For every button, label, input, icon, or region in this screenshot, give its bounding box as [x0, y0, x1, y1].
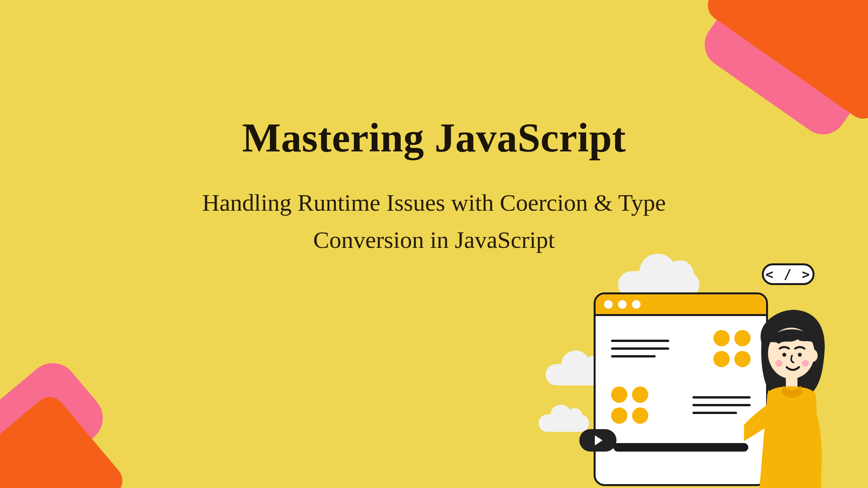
decoration-bottom-left [0, 349, 140, 488]
browser-titlebar [596, 294, 766, 316]
window-control-dot [632, 300, 641, 309]
play-button-icon [579, 429, 617, 452]
svg-point-4 [775, 360, 782, 367]
text-lines-graphic [611, 340, 669, 357]
slide-subtitle: Handling Runtime Issues with Coercion & … [0, 184, 868, 258]
svg-point-1 [808, 349, 818, 362]
content-row [611, 330, 751, 367]
slide-title: Mastering JavaScript [0, 114, 868, 162]
decoration-top-right [694, 0, 868, 132]
window-control-dot [604, 300, 613, 309]
svg-point-5 [802, 360, 809, 367]
cloud-icon [539, 414, 589, 432]
dot-grid-graphic [713, 330, 751, 367]
illustration: < / > [539, 248, 837, 488]
text-lines-graphic [692, 396, 751, 414]
window-control-dot [618, 300, 627, 309]
svg-rect-6 [786, 376, 797, 387]
cloud-icon [618, 271, 699, 298]
content-row [611, 387, 751, 424]
code-tag-badge: < / > [762, 263, 815, 285]
progress-bar-graphic [613, 443, 748, 452]
svg-point-3 [798, 353, 802, 357]
browser-window-graphic [594, 292, 768, 486]
dot-grid-graphic [611, 387, 648, 424]
subtitle-line-1: Handling Runtime Issues with Coercion & … [202, 189, 666, 216]
person-illustration [744, 306, 837, 488]
orange-shape [702, 0, 868, 125]
cloud-icon [546, 364, 611, 385]
browser-body [596, 316, 766, 463]
svg-point-0 [768, 328, 815, 379]
orange-shape [0, 391, 129, 488]
headline-block: Mastering JavaScript Handling Runtime Is… [0, 114, 868, 258]
subtitle-line-2: Conversion in JavaScript [313, 227, 555, 253]
svg-point-2 [782, 353, 786, 357]
pink-shape [0, 353, 113, 488]
